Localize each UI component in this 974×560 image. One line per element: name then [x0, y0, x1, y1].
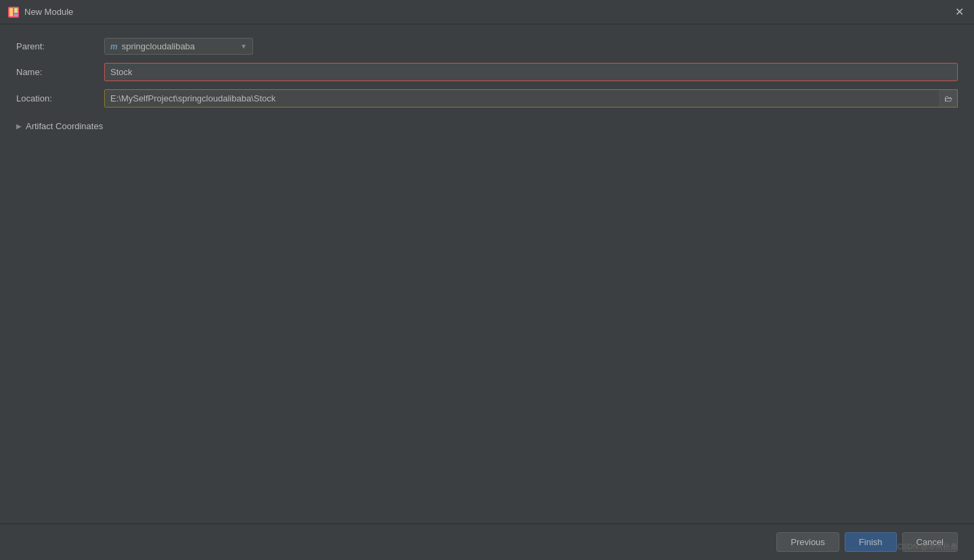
location-input[interactable]	[104, 89, 958, 108]
title-bar: New Module ✕	[0, 0, 974, 24]
finish-button[interactable]: Finish	[845, 532, 897, 552]
previous-button[interactable]: Previous	[776, 532, 839, 552]
location-label: Location:	[16, 93, 104, 103]
artifact-coordinates-section[interactable]: ▶ Artifact Coordinates	[16, 118, 958, 134]
name-control	[104, 63, 958, 81]
title-bar-left: New Module	[8, 7, 73, 18]
parent-dropdown[interactable]: m springcloudalibaba ▼	[104, 38, 253, 55]
name-row: Name:	[16, 63, 958, 81]
folder-icon: 🗁	[944, 94, 952, 103]
svg-rect-1	[9, 8, 13, 16]
location-control: 🗁	[104, 89, 958, 108]
close-button[interactable]: ✕	[952, 5, 966, 19]
new-module-dialog: New Module ✕ Parent: m springcloudalibab…	[0, 0, 974, 560]
browse-button[interactable]: 🗁	[939, 89, 958, 108]
dialog-content: Parent: m springcloudalibaba ▼ Name: Loc…	[0, 24, 974, 523]
location-row: Location: 🗁	[16, 89, 958, 108]
watermark: CSDN @举闸抢桑	[898, 542, 958, 552]
parent-label: Parent:	[16, 41, 104, 51]
maven-icon: m	[110, 42, 118, 51]
name-label: Name:	[16, 67, 104, 77]
expand-arrow-icon: ▶	[16, 122, 22, 130]
svg-rect-3	[14, 14, 18, 16]
chevron-down-icon: ▼	[240, 43, 247, 50]
dialog-footer: Previous Finish Cancel	[0, 523, 974, 560]
app-icon	[8, 7, 19, 18]
dialog-title: New Module	[24, 7, 73, 17]
parent-row: Parent: m springcloudalibaba ▼	[16, 38, 958, 55]
artifact-coordinates-label: Artifact Coordinates	[26, 121, 103, 131]
svg-rect-2	[14, 8, 18, 13]
parent-value: springcloudalibaba	[122, 41, 236, 51]
parent-control: m springcloudalibaba ▼	[104, 38, 958, 55]
location-wrapper: 🗁	[104, 89, 958, 108]
name-input[interactable]	[104, 63, 958, 81]
